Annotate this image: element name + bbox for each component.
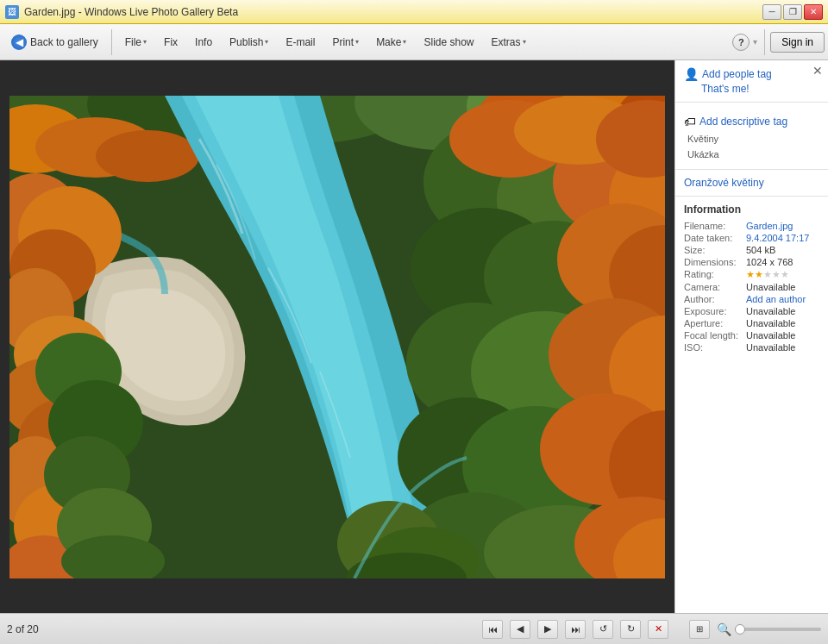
zoom-slider[interactable]	[735, 628, 821, 631]
rating-stars[interactable]: ★★★★★	[746, 269, 819, 280]
star-filled: ★★	[746, 269, 763, 279]
title-bar-left: 🖼 Garden.jpg - Windows Live Photo Galler…	[5, 5, 238, 19]
slideshow-label: Slide show	[423, 36, 474, 48]
iso-value: Unavailable	[746, 342, 819, 353]
datetaken-label: Date taken:	[684, 233, 746, 243]
nav-first-icon: ⏮	[488, 624, 498, 635]
dimensions-value: 1024 x 768	[746, 257, 819, 267]
app-icon: 🖼	[5, 5, 19, 19]
info-filename-row: Filename: Garden.jpg	[684, 221, 819, 231]
status-bar: 2 of 20 ⏮ ◀ ▶ ⏭ ↺ ↻ ✕ ⊞ 🔍	[0, 613, 828, 644]
print-menu-button[interactable]: Print ▾	[324, 32, 367, 53]
tag-items-list: Květiny Ukázka	[687, 132, 819, 162]
author-label: Author:	[684, 294, 746, 304]
info-section: Information Filename: Garden.jpg Date ta…	[675, 197, 828, 361]
separator-2	[764, 29, 765, 55]
extras-label: Extras	[492, 36, 521, 48]
caption-section: Oranžové květiny	[675, 170, 828, 197]
extras-dropdown-icon: ▾	[523, 38, 526, 46]
back-arrow-icon: ◀	[11, 34, 27, 50]
file-dropdown-icon: ▾	[143, 38, 147, 46]
info-dimensions-row: Dimensions: 1024 x 768	[684, 257, 819, 267]
info-button[interactable]: Info	[187, 32, 220, 53]
add-descriptive-tag-row[interactable]: 🏷 Add descriptive tag	[684, 115, 819, 128]
add-descriptive-tag-link[interactable]: Add descriptive tag	[699, 116, 787, 128]
dimensions-label: Dimensions:	[684, 257, 746, 267]
email-button[interactable]: E-mail	[278, 32, 323, 53]
window-controls: ─ ❐ ✕	[762, 4, 823, 20]
aperture-label: Aperture:	[684, 318, 746, 328]
info-rating-row: Rating: ★★★★★	[684, 269, 819, 280]
caption-text[interactable]: Oranžové květiny	[684, 177, 819, 189]
fix-button[interactable]: Fix	[156, 32, 185, 53]
fix-label: Fix	[164, 36, 178, 48]
right-panel: ✕ 👤 Add people tag That's me! 🏷 Add desc…	[674, 60, 828, 613]
people-tag-icon: 👤	[684, 67, 699, 81]
nav-next-button[interactable]: ▶	[537, 620, 558, 639]
camera-label: Camera:	[684, 282, 746, 292]
zoom-out-icon: 🔍	[717, 622, 731, 636]
photo-counter: 2 of 20	[7, 623, 39, 635]
delete-button[interactable]: ✕	[648, 620, 668, 639]
panel-close-button[interactable]: ✕	[812, 64, 823, 78]
print-label: Print	[332, 36, 354, 48]
exposure-value: Unavailable	[746, 306, 819, 316]
filename-value[interactable]: Garden.jpg	[746, 221, 819, 231]
size-label: Size:	[684, 245, 746, 255]
info-iso-row: ISO: Unavailable	[684, 342, 819, 353]
aspect-button[interactable]: ⊞	[689, 620, 710, 639]
extras-menu-button[interactable]: Extras ▾	[484, 32, 534, 53]
info-aperture-row: Aperture: Unavailable	[684, 318, 819, 328]
toolbar: ◀ Back to gallery File ▾ Fix Info Publis…	[0, 24, 828, 60]
add-people-tag-link[interactable]: Add people tag	[702, 68, 772, 80]
info-size-row: Size: 504 kB	[684, 245, 819, 255]
zoom-bar: 🔍	[717, 622, 821, 636]
file-menu-button[interactable]: File ▾	[117, 32, 154, 53]
nav-last-button[interactable]: ⏭	[565, 620, 586, 639]
add-people-tag-row[interactable]: 👤 Add people tag	[684, 67, 819, 81]
info-title: Information	[684, 203, 819, 216]
help-label: ?	[738, 37, 744, 47]
focallength-label: Focal length:	[684, 330, 746, 341]
aperture-value: Unavailable	[746, 318, 819, 328]
make-label: Make	[376, 36, 401, 48]
photo-container	[9, 96, 665, 578]
rotate-right-icon: ↻	[627, 623, 635, 635]
author-value[interactable]: Add an author	[746, 294, 819, 304]
delete-icon: ✕	[655, 623, 662, 635]
nav-first-button[interactable]: ⏮	[482, 620, 503, 639]
info-author-row: Author: Add an author	[684, 294, 819, 304]
nav-prev-button[interactable]: ◀	[510, 620, 530, 639]
close-button[interactable]: ✕	[804, 4, 823, 20]
descriptive-tag-icon: 🏷	[684, 115, 696, 128]
make-menu-button[interactable]: Make ▾	[368, 32, 414, 53]
rotate-left-icon: ↺	[599, 623, 607, 635]
publish-menu-button[interactable]: Publish ▾	[222, 32, 276, 53]
back-to-gallery-label: Back to gallery	[30, 36, 98, 48]
photo-area[interactable]	[0, 60, 674, 613]
datetaken-value[interactable]: 9.4.2004 17:17	[746, 233, 819, 243]
slideshow-button[interactable]: Slide show	[416, 32, 481, 53]
nav-last-icon: ⏭	[571, 624, 580, 635]
back-to-gallery-button[interactable]: ◀ Back to gallery	[3, 30, 106, 54]
aspect-icon: ⊞	[696, 624, 703, 634]
exposure-label: Exposure:	[684, 306, 746, 316]
descriptive-tag-section: 🏷 Add descriptive tag Květiny Ukázka	[675, 103, 828, 170]
info-datetaken-row: Date taken: 9.4.2004 17:17	[684, 233, 819, 243]
thats-me-link[interactable]: That's me!	[701, 83, 819, 95]
nav-next-icon: ▶	[544, 623, 551, 635]
filename-label: Filename:	[684, 221, 746, 231]
size-value: 504 kB	[746, 245, 819, 255]
people-tag-section: 👤 Add people tag That's me!	[675, 60, 828, 103]
sign-in-button[interactable]: Sign in	[770, 32, 825, 53]
main-area: ✕ 👤 Add people tag That's me! 🏷 Add desc…	[0, 60, 828, 613]
info-camera-row: Camera: Unavailable	[684, 282, 819, 292]
restore-button[interactable]: ❐	[783, 4, 802, 20]
info-focallength-row: Focal length: Unavailable	[684, 330, 819, 341]
rotate-left-button[interactable]: ↺	[593, 620, 613, 639]
rotate-right-button[interactable]: ↻	[620, 620, 641, 639]
window-title: Garden.jpg - Windows Live Photo Gallery …	[24, 6, 238, 18]
help-button[interactable]: ?	[732, 34, 750, 51]
minimize-button[interactable]: ─	[762, 4, 781, 20]
camera-value: Unavailable	[746, 282, 819, 292]
